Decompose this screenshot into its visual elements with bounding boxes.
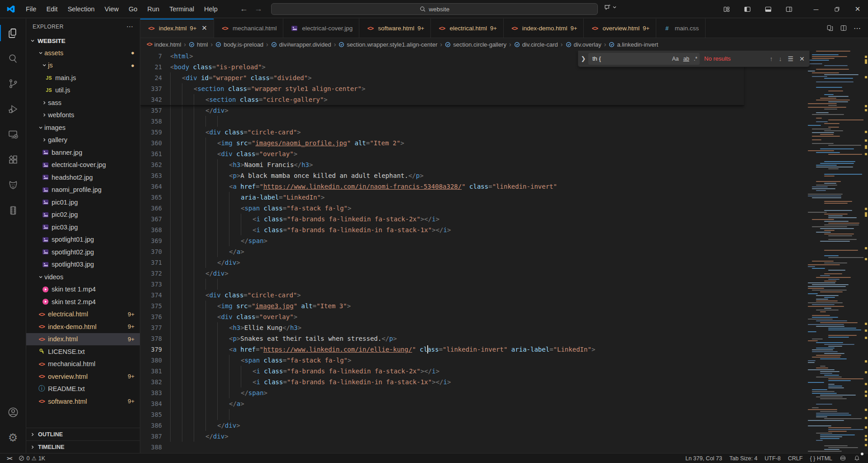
code-line[interactable]: 367<i class="fa-brands fa-linkedin fa-st… [140,214,806,224]
find-in-selection-button[interactable]: ☰ [788,55,794,62]
code-line[interactable]: 384</a> [140,398,806,409]
workspace-section-header[interactable]: WEBSITE [26,35,140,47]
open-changes-button[interactable] [826,24,834,32]
copilot-menu[interactable] [604,3,617,11]
tree-item-videos[interactable]: videos [26,271,140,283]
tab-overview-html[interactable]: <>overview.html9+ [584,19,656,38]
activity-extension-creature[interactable] [0,172,26,198]
code-line-current[interactable]: 379<a href="https://www.linkedin.com/in/… [140,344,806,355]
code-line[interactable]: 377<h3>Ellie Kung</h3> [140,322,806,333]
breadcrumb-item-2[interactable]: body.is-preload [215,41,263,48]
find-next-button[interactable]: ↓ [779,55,782,62]
breadcrumb-item-8[interactable]: a.linkedin-invert [609,41,658,48]
menu-edit[interactable]: Edit [41,3,62,15]
close-window-button[interactable]: ✕ [847,0,868,18]
tree-item-main-js[interactable]: JSmain.js [26,72,140,84]
status-cursor-position[interactable]: Ln 379, Col 73 [683,453,724,463]
code-line[interactable]: 369</span> [140,235,806,246]
settings-button[interactable]: ⚙ [0,425,26,450]
tree-item-spotlight02-jpg[interactable]: spotlight02.jpg [26,246,140,258]
code-line[interactable]: 363<p>A black mamba once killed an adult… [140,170,806,181]
tree-item-mechanical-html[interactable]: <>mechanical.html [26,358,140,371]
customize-layout-button[interactable] [720,3,733,15]
tree-item-software-html[interactable]: <>software.html9+ [26,395,140,408]
forward-button[interactable]: → [254,4,262,14]
minimize-button[interactable]: ─ [806,0,826,18]
code-line[interactable]: 385 [140,409,806,420]
code-line[interactable]: 388 [140,442,806,453]
find-close-button[interactable]: ✕ [799,55,805,62]
notifications-bell[interactable] [851,453,863,463]
menu-help[interactable]: Help [199,3,223,15]
code-line[interactable]: 365aria-label="LinkedIn"> [140,192,806,203]
tree-item-pic02-jpg[interactable]: pic02.jpg [26,209,140,221]
problems-indicator[interactable]: 0 ⚠ 1K [16,453,47,463]
code-line[interactable]: 374<div class="circle-card"> [140,290,806,301]
tree-item-index-demo-html[interactable]: <>index-demo.html9+ [26,320,140,333]
match-case-button[interactable]: Aa [670,55,681,63]
code-line[interactable]: 380<span class="fa-stack fa-lg"> [140,355,806,366]
breadcrumb-item-1[interactable]: html [189,41,208,48]
find-previous-button[interactable]: ↑ [770,55,773,62]
tree-item-electrical-html[interactable]: <>electrical.html9+ [26,308,140,321]
more-actions-button[interactable]: ⋯ [854,24,861,33]
code-line[interactable]: 387</div> [140,431,806,442]
tree-item-sass[interactable]: sass [26,96,140,109]
activity-search[interactable] [0,46,26,71]
tab-mechanical-html[interactable]: <>mechanical.html [214,19,284,38]
command-center-search[interactable]: website [271,3,598,15]
code-line[interactable]: 360<img src="images/naomi_profile.jpg" a… [140,138,806,148]
code-editor[interactable]: 7<html>21<body class="is-preload">24<div… [140,51,868,453]
code-line[interactable]: 359<div class="circle-card"> [140,127,806,138]
tree-item-gallery[interactable]: gallery [26,134,140,147]
status-tab-size[interactable]: Tab Size: 4 [727,453,760,463]
menu-selection[interactable]: Selection [62,3,100,15]
code-line[interactable]: 358 [140,116,806,127]
code-line[interactable]: 386</div> [140,420,806,431]
code-line[interactable]: 361<div class="overlay"> [140,148,806,159]
menu-file[interactable]: File [21,3,41,15]
code-line[interactable]: 366<span class="fa-stack fa-lg"> [140,203,806,214]
tab-index-html[interactable]: <>index.html9+✕ [140,19,214,38]
code-line[interactable]: 337<section class="wrapper style1 align-… [140,83,744,94]
tree-item-spotlight03-jpg[interactable]: spotlight03.jpg [26,258,140,271]
tab-main-css[interactable]: #main.css [656,19,706,38]
activity-run-debug[interactable] [0,96,26,122]
breadcrumb-item-7[interactable]: div.overlay [566,41,601,48]
regex-button[interactable]: .* [692,55,699,63]
breadcrumb-item-5[interactable]: section.circle-gallery [445,41,506,48]
tree-item-overview-html[interactable]: <>overview.html9+ [26,370,140,383]
remote-indicator[interactable]: >< [5,453,14,463]
menu-run[interactable]: Run [143,3,165,15]
toggle-panel-button[interactable] [761,3,775,15]
tab-electrical-html[interactable]: <>electrical.html9+ [431,19,503,38]
code-line[interactable]: 373 [140,279,806,290]
tree-item-readme-txt[interactable]: ⓘREADME.txt [26,383,140,396]
copilot-status[interactable] [837,453,849,463]
tree-item-assets[interactable]: assets● [26,47,140,59]
code-line[interactable]: 371</div> [140,257,806,268]
code-line[interactable]: 381<i class="fa-brands fa-linkedin fa-st… [140,366,806,377]
code-line[interactable]: 370</a> [140,246,806,257]
code-line[interactable]: 378<p>Snakes eat their tails when stress… [140,333,806,344]
code-line[interactable]: 24<div id="wrapper" class="divided"> [140,72,744,83]
whole-word-button[interactable]: ab [682,55,691,63]
tree-item-banner-jpg[interactable]: banner.jpg [26,146,140,159]
tree-item-skin-test-2-mp4[interactable]: skin test 2.mp4 [26,296,140,308]
breadcrumb-item-4[interactable]: section.wrapper.style1.align-center [339,41,437,48]
tree-item-skin-test-1-mp4[interactable]: skin test 1.mp4 [26,283,140,296]
accounts-button[interactable] [0,400,26,425]
find-input[interactable]: th { Aa ab .* [588,53,700,65]
code-line[interactable]: 372</div> [140,268,806,279]
breadcrumb[interactable]: <>index.html›html›body.is-preload›div#wr… [140,38,868,51]
menu-go[interactable]: Go [124,3,142,15]
tree-item-pic01-jpg[interactable]: pic01.jpg [26,196,140,209]
tree-item-headshot2-jpg[interactable]: headshot2.jpg [26,171,140,184]
code-line[interactable]: 368<i class="fa-brands fa-linkedin-in fa… [140,224,806,235]
status-language-mode[interactable]: { } HTML [808,453,835,463]
close-tab-icon[interactable]: ✕ [201,24,207,32]
activity-extensions[interactable] [0,147,26,172]
tree-item-spotlight01-jpg[interactable]: spotlight01.jpg [26,234,140,246]
menu-terminal[interactable]: Terminal [164,3,199,15]
tree-item-index-html[interactable]: <>index.html9+ [26,333,140,346]
